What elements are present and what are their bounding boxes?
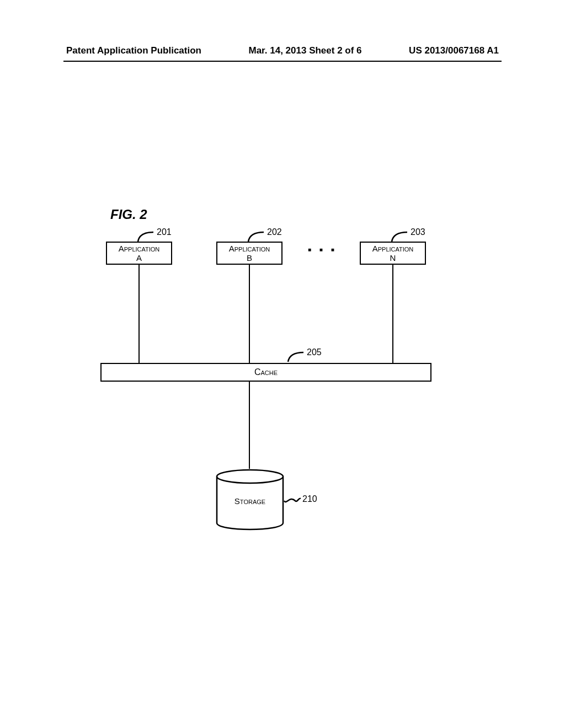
leader-app-n [391, 231, 409, 243]
header-left: Patent Application Publication [66, 45, 201, 56]
block-application-a: Application A [106, 242, 172, 265]
app-n-line2: N [390, 253, 396, 263]
leader-app-b [247, 231, 266, 243]
block-cache: Cache [100, 363, 431, 382]
ref-cache: 205 [307, 347, 322, 357]
app-a-line2: A [136, 253, 142, 263]
app-a-line1: Application [119, 244, 160, 253]
leader-storage [283, 494, 302, 506]
ref-storage: 210 [302, 494, 317, 504]
header-right: US 2013/0067168 A1 [409, 45, 499, 56]
figure-title: FIG. 2 [110, 207, 147, 222]
page: Patent Application Publication Mar. 14, … [0, 0, 565, 728]
leader-app-a [137, 231, 156, 243]
leader-cache [287, 351, 306, 363]
block-application-b: Application B [216, 242, 282, 265]
app-n-line1: Application [372, 244, 414, 253]
header-rule [63, 61, 502, 62]
ref-app-n: 203 [411, 227, 425, 237]
header-row: Patent Application Publication Mar. 14, … [66, 45, 499, 56]
ref-app-b: 202 [267, 227, 282, 237]
connector-app-b-to-cache [249, 265, 250, 363]
page-header: Patent Application Publication Mar. 14, … [0, 45, 565, 60]
svg-point-0 [217, 470, 283, 483]
cache-label: Cache [254, 367, 278, 377]
block-application-n: Application N [360, 242, 426, 265]
connector-app-a-to-cache [138, 265, 140, 363]
ref-app-a: 201 [157, 227, 172, 237]
connector-cache-to-storage [249, 382, 250, 469]
header-center: Mar. 14, 2013 Sheet 2 of 6 [249, 45, 362, 56]
connector-app-n-to-cache [392, 265, 393, 363]
storage-label: Storage [215, 496, 285, 506]
ellipsis-dots: ■ ■ ■ [308, 247, 338, 253]
app-b-line1: Application [229, 244, 270, 253]
app-b-line2: B [247, 253, 252, 263]
